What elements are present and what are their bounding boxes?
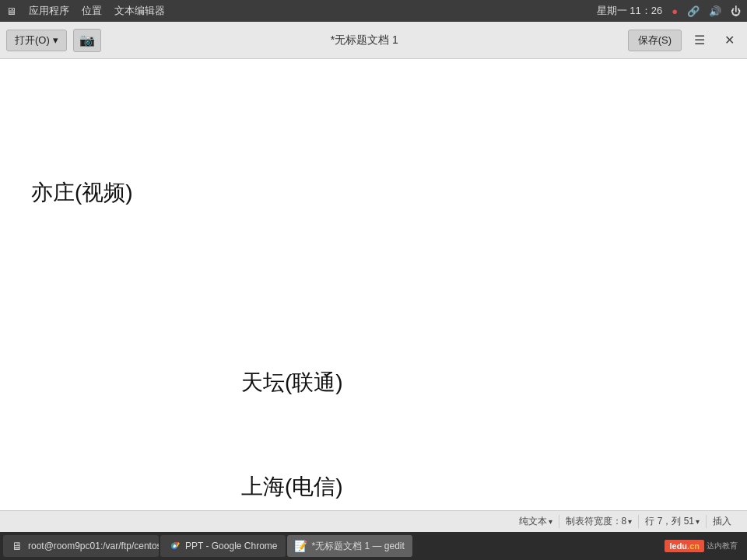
recording-dot: ● (672, 5, 678, 17)
top-system-bar: 🖥 应用程序 位置 文本编辑器 星期一 11：26 ● 🔗 🔊 ⏻ (0, 0, 747, 22)
top-bar-icon: 🖥 (6, 5, 16, 17)
text-line-3: 上海(电信) (241, 470, 716, 505)
hamburger-button[interactable]: ☰ (688, 29, 711, 52)
power-icon[interactable]: ⏻ (731, 5, 741, 17)
chrome-icon (168, 540, 181, 552)
editor-content: 亦庄(视频) 天坛(联通) 上海(电信) xx（移动\鹏博士(宽带通,电信通,长… (31, 106, 716, 510)
taskbar-gedit[interactable]: 📝 *无标题文档 1 — gedit (287, 535, 412, 557)
text-type-label: 纯文本 (519, 515, 547, 528)
position-arrow: ▾ (696, 517, 700, 526)
logo-subtitle: 达内教育 (707, 541, 738, 551)
save-button[interactable]: 保存(S) (628, 30, 682, 51)
insert-mode-label: 插入 (713, 515, 731, 528)
taskbar-chrome[interactable]: PPT - Google Chrome (160, 535, 286, 557)
gedit-icon: 📝 (295, 540, 307, 552)
network-icon: 🔗 (687, 5, 700, 17)
text-line-1: 亦庄(视频) (31, 176, 716, 211)
close-icon: ✕ (724, 33, 735, 47)
position-label: 行 7，列 51 (645, 515, 694, 528)
toolbar: 打开(O) ▾ 📷 *无标题文档 1 保存(S) ☰ ✕ (0, 22, 747, 59)
camera-icon: 📷 (79, 33, 95, 47)
status-bar: 纯文本 ▾ 制表符宽度：8 ▾ 行 7，列 51 ▾ 插入 (0, 510, 747, 532)
close-button[interactable]: ✕ (717, 29, 741, 52)
taskbar-chrome-label: PPT - Google Chrome (185, 541, 278, 551)
tab-width-selector[interactable]: 制表符宽度：8 ▾ (559, 515, 640, 528)
insert-mode: 插入 (707, 515, 738, 528)
top-bar-left: 🖥 应用程序 位置 文本编辑器 (6, 4, 165, 18)
taskbar-terminal-label: root@room9pc01:/var/ftp/centos-... (28, 541, 159, 551)
clock: 星期一 11：26 (597, 4, 663, 18)
text-type-selector[interactable]: 纯文本 ▾ (513, 515, 559, 528)
taskbar-gedit-label: *无标题文档 1 — gedit (312, 540, 405, 553)
position-menu[interactable]: 位置 (82, 4, 102, 18)
open-button-label: 打开(O) (15, 33, 50, 47)
editor-area[interactable]: 亦庄(视频) 天坛(联通) 上海(电信) xx（移动\鹏博士(宽带通,电信通,长… (0, 59, 747, 510)
hamburger-icon: ☰ (694, 33, 705, 47)
text-line-2: 天坛(联通) (241, 366, 716, 401)
top-bar-right: 星期一 11：26 ● 🔗 🔊 ⏻ (597, 4, 741, 18)
open-button[interactable]: 打开(O) ▾ (6, 30, 67, 51)
apps-menu[interactable]: 应用程序 (29, 4, 69, 18)
open-dropdown-arrow: ▾ (53, 34, 58, 46)
taskbar-terminal[interactable]: 🖥 root@room9pc01:/var/ftp/centos-... (3, 535, 159, 557)
volume-icon: 🔊 (709, 5, 721, 17)
position-indicator[interactable]: 行 7，列 51 ▾ (639, 515, 707, 528)
document-title: *无标题文档 1 (107, 33, 622, 47)
taskbar: 🖥 root@room9pc01:/var/ftp/centos-... PPT… (0, 532, 747, 560)
camera-button[interactable]: 📷 (73, 29, 101, 52)
terminal-icon: 🖥 (11, 540, 23, 552)
logo-red-text: Iedu.cn (665, 540, 704, 552)
tab-width-arrow: ▾ (628, 517, 632, 526)
text-editor-menu[interactable]: 文本编辑器 (114, 4, 165, 18)
text-type-arrow: ▾ (549, 517, 552, 526)
tab-width-label: 制表符宽度：8 (566, 515, 627, 528)
iedu-logo: Iedu.cn 达内教育 (658, 535, 744, 557)
